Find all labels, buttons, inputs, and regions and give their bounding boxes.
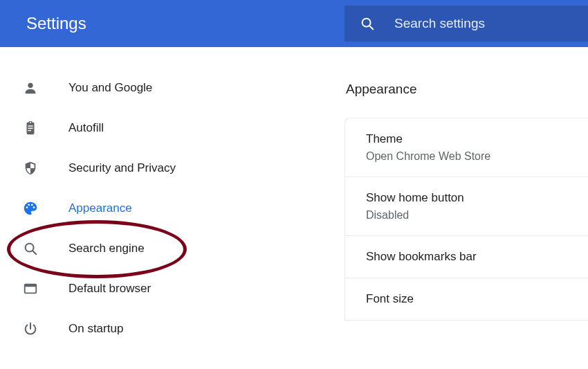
sidebar-item-search-engine[interactable]: Search engine: [0, 228, 344, 269]
sidebar-item-label: You and Google: [68, 81, 152, 95]
browser-icon: [23, 281, 38, 296]
setting-row-title: Show bookmarks bar: [366, 250, 588, 264]
sidebar-item-label: Autofill: [68, 121, 104, 135]
sidebar-item-label: Appearance: [68, 201, 132, 215]
sidebar-item-appearance[interactable]: Appearance: [0, 188, 344, 228]
power-icon: [23, 321, 38, 336]
setting-row-theme[interactable]: Theme Open Chrome Web Store: [345, 118, 588, 177]
setting-row-bookmarks-bar[interactable]: Show bookmarks bar: [345, 236, 588, 278]
main-panel: Appearance Theme Open Chrome Web Store S…: [344, 47, 588, 369]
setting-row-font-size[interactable]: Font size: [345, 278, 588, 321]
header: Settings Search settings: [0, 0, 588, 47]
setting-row-home-button[interactable]: Show home button Disabled: [345, 177, 588, 236]
sidebar-item-label: Security and Privacy: [68, 161, 176, 175]
setting-row-subtitle: Open Chrome Web Store: [366, 150, 588, 163]
setting-row-title: Show home button: [366, 191, 588, 205]
sidebar-item-default-browser[interactable]: Default browser: [0, 269, 344, 309]
section-title: Appearance: [346, 82, 588, 97]
svg-rect-6: [25, 285, 37, 287]
sidebar: You and Google Autofill Security and Pri…: [0, 47, 344, 369]
sidebar-item-autofill[interactable]: Autofill: [0, 108, 344, 148]
svg-point-2: [28, 83, 33, 88]
sidebar-item-security[interactable]: Security and Privacy: [0, 148, 344, 188]
setting-row-subtitle: Disabled: [366, 209, 588, 222]
search-icon: [360, 16, 375, 31]
palette-icon: [23, 201, 38, 216]
sidebar-item-on-startup[interactable]: On startup: [0, 309, 344, 349]
search-icon: [23, 241, 38, 256]
sidebar-item-you-and-google[interactable]: You and Google: [0, 68, 344, 108]
svg-line-4: [33, 251, 36, 254]
shield-icon: [23, 161, 38, 176]
person-icon: [23, 80, 38, 96]
page-title: Settings: [26, 14, 344, 33]
sidebar-item-label: On startup: [68, 322, 123, 336]
settings-card: Theme Open Chrome Web Store Show home bu…: [344, 118, 588, 321]
svg-line-1: [369, 26, 373, 29]
setting-row-title: Theme: [366, 132, 588, 146]
sidebar-item-label: Search engine: [68, 242, 145, 255]
clipboard-icon: [23, 120, 38, 136]
sidebar-item-label: Default browser: [68, 282, 151, 296]
search-placeholder: Search settings: [394, 16, 485, 31]
search-input[interactable]: Search settings: [344, 6, 588, 42]
setting-row-title: Font size: [366, 292, 588, 306]
